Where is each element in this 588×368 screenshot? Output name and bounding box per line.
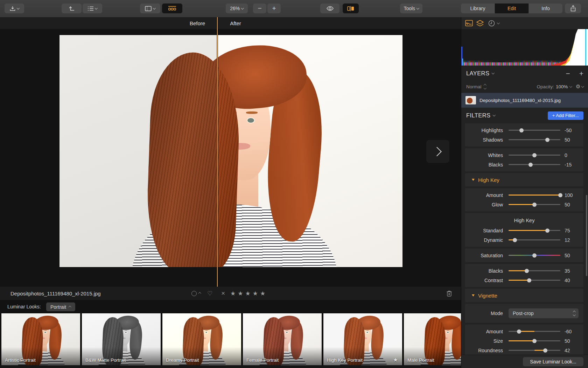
look-thumbnail[interactable]: B&W Matte Portrait	[82, 313, 161, 365]
filter-slider-card: Blacks35Contrast40	[465, 264, 583, 287]
slider-track[interactable]	[509, 340, 560, 341]
slider-thumb[interactable]	[532, 253, 537, 258]
slider-thumb[interactable]	[532, 153, 537, 157]
layer-row-selected[interactable]: Depositphotos_111169480_xl-2015.jpg	[461, 93, 588, 108]
star-icon[interactable]: ★	[245, 290, 251, 297]
star-icon[interactable]: ★	[238, 290, 243, 297]
slider-track[interactable]	[509, 270, 560, 271]
save-luminar-look-button[interactable]: Save Luminar Look...	[523, 357, 583, 366]
undo-button[interactable]	[62, 4, 82, 13]
layers-title-dropdown[interactable]: LAYERS	[466, 70, 494, 77]
slider-thumb[interactable]	[532, 339, 537, 343]
star-rating[interactable]: ★★★★★	[230, 287, 266, 300]
slider-track[interactable]	[509, 130, 560, 131]
tab-edit[interactable]: Edit	[495, 4, 529, 13]
histogram	[461, 29, 588, 66]
compare-toggle-button[interactable]	[343, 4, 359, 13]
zoom-level-select[interactable]: 26%	[226, 4, 248, 13]
filter-slider-row: Dynamic12	[465, 235, 583, 245]
slider-track[interactable]	[509, 239, 560, 240]
filter-slider-row: Blacks35	[465, 266, 583, 275]
before-after-divider-handle[interactable]	[217, 17, 218, 287]
chevron-down-icon[interactable]	[497, 21, 500, 24]
share-button[interactable]	[565, 4, 581, 13]
slider-thumb[interactable]	[517, 329, 521, 334]
look-thumbnail[interactable]: Female Portrait	[243, 313, 322, 365]
slider-track[interactable]	[509, 255, 560, 256]
slider-thumb[interactable]	[519, 128, 524, 132]
slider-thumb[interactable]	[545, 138, 550, 142]
looks-category-dropdown[interactable]: Portrait	[46, 302, 75, 311]
slider-thumb[interactable]	[525, 269, 529, 273]
filter-section-header[interactable]: Vignette	[465, 289, 583, 302]
slider-thumb[interactable]	[532, 203, 537, 207]
slider-track[interactable]	[509, 164, 560, 165]
slider-track[interactable]	[509, 204, 560, 205]
slider-track[interactable]	[509, 139, 560, 140]
reject-button[interactable]: ×	[221, 287, 225, 300]
blend-mode-select[interactable]: Normal	[466, 84, 486, 89]
opacity-dropdown[interactable]: Opacity: 100%	[537, 84, 572, 89]
zoom-out-button[interactable]: −	[253, 4, 266, 13]
tools-label: Tools	[404, 6, 415, 11]
remove-layer-button[interactable]: −	[566, 70, 570, 77]
look-thumbnail[interactable]: Artistic Portrait	[1, 313, 80, 365]
layer-settings-button[interactable]: ⚙	[576, 83, 583, 90]
side-panel-toggle-button[interactable]	[140, 4, 160, 13]
photo-before-after	[59, 35, 402, 267]
look-thumbnail[interactable]: Dreamy Portrait	[162, 313, 241, 365]
slider-track[interactable]	[509, 155, 560, 156]
filter-section-header[interactable]: High Key	[465, 173, 583, 186]
tab-library[interactable]: Library	[461, 4, 495, 13]
histogram-tab-icon[interactable]	[465, 20, 473, 26]
zoom-in-button[interactable]: +	[267, 4, 281, 13]
opacity-label: Opacity:	[537, 84, 554, 89]
layer-blend-row: Normal Opacity: 100% ⚙	[461, 81, 588, 92]
collapse-triangle-icon	[472, 179, 475, 181]
delete-button[interactable]	[447, 287, 452, 300]
close-icon: ×	[221, 289, 225, 297]
slider-track[interactable]	[509, 350, 560, 351]
slider-thumb[interactable]	[513, 238, 517, 242]
list-view-button[interactable]	[83, 4, 102, 13]
tools-dropdown[interactable]: Tools	[400, 4, 422, 13]
filters-title-dropdown[interactable]: FILTERS	[466, 112, 495, 119]
look-thumbnail[interactable]: Male Portrait	[404, 313, 461, 365]
look-favorite-star-icon[interactable]: ★	[393, 356, 398, 363]
history-clock-icon[interactable]	[488, 20, 495, 27]
filters-title: FILTERS	[466, 112, 490, 119]
tab-info[interactable]: Info	[529, 4, 562, 13]
slider-thumb[interactable]	[543, 348, 547, 353]
slider-thumb[interactable]	[558, 193, 562, 197]
slider-thumb[interactable]	[528, 163, 533, 167]
slider-track[interactable]	[509, 331, 560, 332]
slider-thumb[interactable]	[545, 229, 550, 233]
next-image-button[interactable]	[426, 140, 449, 163]
zoom-level-value: 26%	[230, 6, 240, 11]
star-icon[interactable]: ★	[253, 290, 258, 297]
slider-track[interactable]	[509, 195, 560, 196]
filter-slider-row: Shadows50	[465, 135, 583, 144]
heart-icon: ♡	[207, 290, 212, 297]
add-layer-button[interactable]: +	[579, 70, 583, 77]
favorite-button[interactable]: ♡	[207, 287, 212, 300]
slider-thumb[interactable]	[527, 278, 531, 282]
color-label-button[interactable]	[191, 287, 201, 300]
slider-track[interactable]	[509, 230, 560, 231]
star-icon[interactable]: ★	[260, 290, 266, 297]
panel-scrollbar[interactable]	[586, 195, 587, 276]
chevron-down-icon	[95, 7, 98, 9]
star-icon[interactable]: ★	[230, 290, 236, 297]
quick-preview-button[interactable]	[320, 4, 340, 13]
layers-tab-icon[interactable]	[476, 20, 484, 27]
filter-slider-row: Glow50	[465, 200, 583, 209]
filmstrip-toggle-button[interactable]	[162, 4, 182, 13]
add-filter-button[interactable]: + Add Filter...	[548, 111, 583, 120]
export-button[interactable]	[5, 4, 24, 13]
look-thumbnail[interactable]: High Key Portrait★	[323, 313, 402, 365]
filter-section-title: Vignette	[478, 293, 497, 299]
color-circle-icon	[191, 291, 197, 296]
vignette-mode-select[interactable]: Post-crop	[509, 308, 579, 318]
chevron-up-icon	[69, 306, 71, 309]
slider-track[interactable]	[509, 280, 560, 281]
